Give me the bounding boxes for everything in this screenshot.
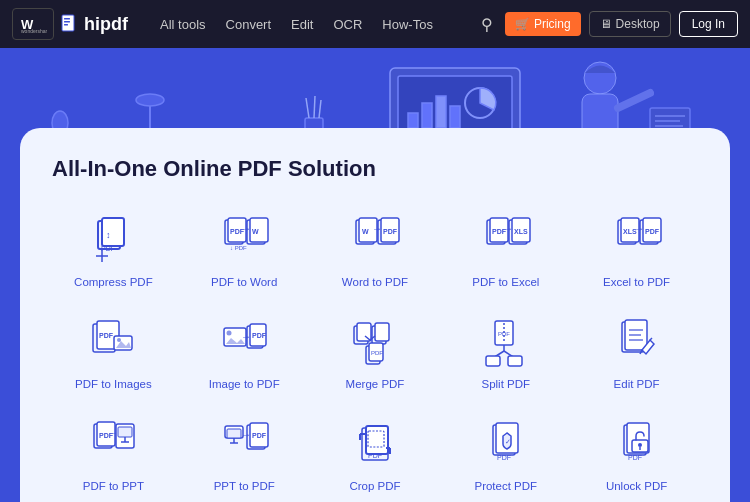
pdf-to-excel-label: PDF to Excel [472, 276, 539, 288]
desktop-icon: 🖥 [600, 17, 612, 31]
svg-text:PDF: PDF [101, 245, 115, 252]
tool-ppt-to-pdf[interactable]: → PDF PPT to PDF [183, 410, 306, 500]
tool-crop-pdf[interactable]: PDF Crop PDF [314, 410, 437, 500]
tool-merge-pdf[interactable]: PDF Merge PDF [314, 308, 437, 398]
tool-split-pdf[interactable]: PDF Split PDF [444, 308, 567, 398]
svg-text:wondershare: wondershare [21, 28, 47, 34]
pdf-to-word-icon: PDF → W ↓ PDF [217, 214, 271, 268]
split-pdf-label: Split PDF [482, 378, 531, 390]
logo-area: W wondershare hipdf [12, 8, 142, 40]
tool-unlock-pdf[interactable]: PDF Unlock PDF [575, 410, 698, 500]
svg-text:PDF: PDF [645, 228, 660, 235]
word-to-pdf-icon: W → PDF [348, 214, 402, 268]
svg-rect-18 [408, 113, 418, 128]
tool-pdf-to-word[interactable]: PDF → W ↓ PDF PDF to Word [183, 206, 306, 296]
page-title: All-In-One Online PDF Solution [52, 156, 698, 182]
tool-pdf-to-ppt[interactable]: PDF → PDF to PPT [52, 410, 175, 500]
protect-pdf-icon: ✓ PDF [479, 418, 533, 472]
svg-rect-91 [508, 356, 522, 366]
pdf-to-excel-icon: PDF → XLS [479, 214, 533, 268]
merge-pdf-label: Merge PDF [346, 378, 405, 390]
image-to-pdf-label: Image to PDF [209, 378, 280, 390]
nav-how-tos[interactable]: How-Tos [382, 17, 433, 32]
nav-ocr[interactable]: OCR [333, 17, 362, 32]
svg-text:PDF: PDF [252, 432, 267, 439]
unlock-pdf-icon: PDF [610, 418, 664, 472]
svg-text:PDF: PDF [383, 228, 398, 235]
pdf-to-ppt-icon: PDF → [86, 418, 140, 472]
svg-text:✓: ✓ [505, 438, 511, 445]
svg-line-98 [650, 338, 652, 340]
svg-point-131 [638, 443, 642, 447]
nav-convert[interactable]: Convert [226, 17, 272, 32]
svg-text:PDF: PDF [99, 332, 114, 339]
tool-excel-to-pdf[interactable]: XLS → PDF Excel to PDF [575, 206, 698, 296]
compress-pdf-icon: ↕ PDF [86, 214, 140, 268]
svg-text:↕: ↕ [106, 230, 111, 240]
nav-links: All tools Convert Edit OCR How-Tos [160, 17, 459, 32]
word-to-pdf-label: Word to PDF [342, 276, 408, 288]
svg-rect-105 [118, 427, 132, 437]
pricing-button[interactable]: 🛒 Pricing [505, 12, 581, 36]
svg-rect-4 [64, 21, 70, 23]
desktop-button[interactable]: 🖥 Desktop [589, 11, 671, 37]
nav-right: ⚲ 🛒 Pricing 🖥 Desktop Log In [477, 11, 738, 38]
ppt-to-pdf-icon: → PDF [217, 418, 271, 472]
svg-text:PDF: PDF [252, 332, 267, 339]
cart-icon: 🛒 [515, 17, 530, 31]
pdf-to-images-icon: PDF [86, 316, 140, 370]
excel-to-pdf-icon: XLS → PDF [610, 214, 664, 268]
svg-rect-90 [486, 356, 500, 366]
svg-text:W: W [362, 228, 369, 235]
ppt-to-pdf-label: PPT to PDF [214, 480, 275, 492]
hipdf-logo[interactable]: hipdf [60, 14, 128, 35]
split-pdf-icon: PDF [479, 316, 533, 370]
svg-text:PDF: PDF [371, 350, 383, 356]
tool-pdf-to-excel[interactable]: PDF → XLS PDF to Excel [444, 206, 567, 296]
svg-rect-5 [64, 24, 68, 26]
tool-edit-pdf[interactable]: Edit PDF [575, 308, 698, 398]
svg-text:PDF: PDF [628, 454, 642, 461]
tools-grid: ↕ PDF Compress PDF PDF → W ↓ PDF PDF to … [52, 206, 698, 500]
svg-rect-3 [64, 18, 70, 20]
svg-rect-21 [450, 106, 460, 128]
tool-pdf-to-images[interactable]: PDF PDF to Images [52, 308, 175, 398]
svg-rect-20 [436, 96, 446, 128]
svg-text:PDF: PDF [368, 452, 382, 459]
edit-pdf-label: Edit PDF [614, 378, 660, 390]
main-card: All-In-One Online PDF Solution ↕ PDF Com… [20, 128, 730, 502]
svg-rect-117 [366, 426, 388, 454]
svg-text:W: W [252, 228, 259, 235]
navbar: W wondershare hipdf All tools Convert Ed… [0, 0, 750, 48]
protect-pdf-label: Protect PDF [474, 480, 537, 492]
svg-rect-81 [375, 323, 389, 341]
svg-rect-19 [422, 103, 432, 128]
svg-rect-109 [227, 429, 241, 438]
tool-protect-pdf[interactable]: ✓ PDF Protect PDF [444, 410, 567, 500]
search-icon[interactable]: ⚲ [477, 11, 497, 38]
svg-text:XLS: XLS [514, 228, 528, 235]
tool-word-to-pdf[interactable]: W → PDF Word to PDF [314, 206, 437, 296]
crop-pdf-icon: PDF [348, 418, 402, 472]
wondershare-logo[interactable]: W wondershare [12, 8, 54, 40]
svg-point-73 [227, 331, 232, 336]
crop-pdf-label: Crop PDF [349, 480, 400, 492]
edit-pdf-icon [610, 316, 664, 370]
unlock-pdf-label: Unlock PDF [606, 480, 667, 492]
nav-edit[interactable]: Edit [291, 17, 313, 32]
svg-text:↓ PDF: ↓ PDF [230, 245, 247, 251]
pdf-to-images-label: PDF to Images [75, 378, 152, 390]
svg-rect-2 [62, 15, 74, 31]
svg-point-11 [136, 94, 164, 106]
pdf-to-word-label: PDF to Word [211, 276, 277, 288]
svg-text:PDF: PDF [497, 454, 511, 461]
nav-all-tools[interactable]: All tools [160, 17, 206, 32]
tool-image-to-pdf[interactable]: → PDF Image to PDF [183, 308, 306, 398]
tool-compress-pdf[interactable]: ↕ PDF Compress PDF [52, 206, 175, 296]
compress-pdf-label: Compress PDF [74, 276, 153, 288]
excel-to-pdf-label: Excel to PDF [603, 276, 670, 288]
image-to-pdf-icon: → PDF [217, 316, 271, 370]
svg-line-14 [314, 96, 315, 118]
merge-pdf-icon: PDF [348, 316, 402, 370]
login-button[interactable]: Log In [679, 11, 738, 37]
